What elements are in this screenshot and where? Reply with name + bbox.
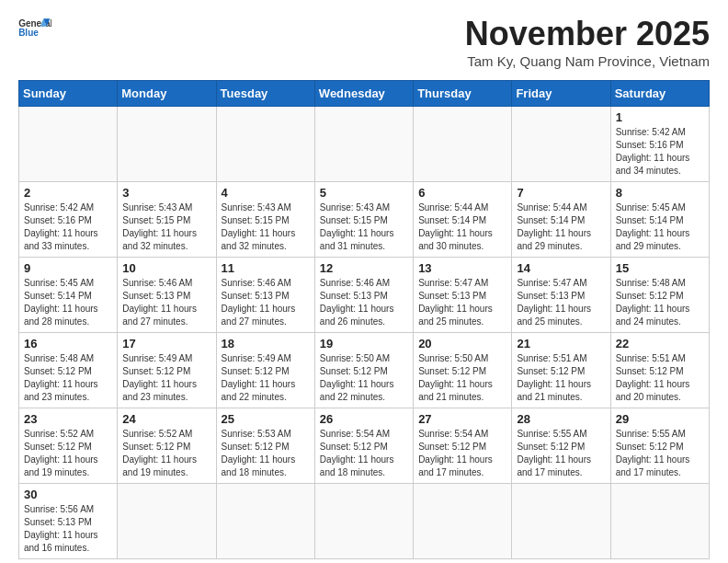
day-number: 24 bbox=[122, 412, 210, 426]
calendar-cell bbox=[314, 484, 413, 559]
day-info: Sunrise: 5:53 AM Sunset: 5:12 PM Dayligh… bbox=[222, 428, 310, 479]
day-info: Sunrise: 5:44 AM Sunset: 5:14 PM Dayligh… bbox=[517, 201, 605, 253]
calendar-cell: 1Sunrise: 5:42 AM Sunset: 5:16 PM Daylig… bbox=[610, 107, 709, 182]
day-number: 2 bbox=[24, 186, 112, 200]
day-info: Sunrise: 5:48 AM Sunset: 5:12 PM Dayligh… bbox=[616, 277, 704, 328]
calendar-cell bbox=[414, 107, 512, 182]
calendar-cell: 29Sunrise: 5:55 AM Sunset: 5:12 PM Dayli… bbox=[610, 408, 709, 484]
calendar-week-row: 1Sunrise: 5:42 AM Sunset: 5:16 PM Daylig… bbox=[19, 107, 710, 182]
calendar-cell: 28Sunrise: 5:55 AM Sunset: 5:12 PM Dayli… bbox=[512, 408, 610, 484]
calendar-week-row: 16Sunrise: 5:48 AM Sunset: 5:12 PM Dayli… bbox=[19, 333, 710, 408]
day-number: 11 bbox=[222, 261, 310, 275]
day-number: 3 bbox=[122, 186, 210, 200]
calendar-week-row: 2Sunrise: 5:42 AM Sunset: 5:16 PM Daylig… bbox=[19, 182, 710, 258]
calendar-cell: 25Sunrise: 5:53 AM Sunset: 5:12 PM Dayli… bbox=[216, 408, 314, 484]
calendar-cell: 9Sunrise: 5:45 AM Sunset: 5:14 PM Daylig… bbox=[19, 258, 118, 333]
day-info: Sunrise: 5:50 AM Sunset: 5:12 PM Dayligh… bbox=[320, 352, 408, 404]
title-block: November 2025 Tam Ky, Quang Nam Province… bbox=[465, 15, 710, 69]
day-number: 7 bbox=[517, 186, 605, 200]
weekday-header-row: SundayMondayTuesdayWednesdayThursdayFrid… bbox=[19, 81, 710, 107]
day-number: 4 bbox=[222, 186, 310, 200]
day-number: 10 bbox=[122, 261, 210, 275]
calendar-cell bbox=[512, 484, 610, 559]
day-info: Sunrise: 5:52 AM Sunset: 5:12 PM Dayligh… bbox=[24, 428, 112, 479]
calendar-cell: 2Sunrise: 5:42 AM Sunset: 5:16 PM Daylig… bbox=[19, 182, 118, 258]
calendar-cell: 8Sunrise: 5:45 AM Sunset: 5:14 PM Daylig… bbox=[610, 182, 709, 258]
calendar-cell: 14Sunrise: 5:47 AM Sunset: 5:13 PM Dayli… bbox=[512, 258, 610, 333]
day-info: Sunrise: 5:49 AM Sunset: 5:12 PM Dayligh… bbox=[222, 352, 310, 404]
calendar-cell: 26Sunrise: 5:54 AM Sunset: 5:12 PM Dayli… bbox=[314, 408, 413, 484]
calendar-cell bbox=[216, 107, 314, 182]
calendar-cell bbox=[610, 484, 709, 559]
calendar-cell bbox=[19, 107, 118, 182]
day-number: 21 bbox=[517, 337, 605, 350]
day-info: Sunrise: 5:43 AM Sunset: 5:15 PM Dayligh… bbox=[320, 201, 408, 253]
weekday-header-monday: Monday bbox=[118, 81, 216, 107]
calendar-week-row: 23Sunrise: 5:52 AM Sunset: 5:12 PM Dayli… bbox=[19, 408, 710, 484]
day-number: 5 bbox=[320, 186, 408, 200]
calendar-cell: 30Sunrise: 5:56 AM Sunset: 5:13 PM Dayli… bbox=[19, 484, 118, 559]
day-number: 16 bbox=[24, 337, 112, 350]
location-subtitle: Tam Ky, Quang Nam Province, Vietnam bbox=[465, 53, 710, 69]
day-number: 27 bbox=[418, 412, 506, 426]
calendar-cell: 3Sunrise: 5:43 AM Sunset: 5:15 PM Daylig… bbox=[118, 182, 216, 258]
day-info: Sunrise: 5:44 AM Sunset: 5:14 PM Dayligh… bbox=[418, 201, 506, 253]
day-number: 20 bbox=[418, 337, 506, 350]
day-number: 9 bbox=[24, 261, 112, 275]
day-info: Sunrise: 5:56 AM Sunset: 5:13 PM Dayligh… bbox=[24, 503, 112, 555]
day-number: 23 bbox=[24, 412, 112, 426]
day-info: Sunrise: 5:46 AM Sunset: 5:13 PM Dayligh… bbox=[320, 277, 408, 328]
day-info: Sunrise: 5:51 AM Sunset: 5:12 PM Dayligh… bbox=[616, 352, 704, 404]
day-number: 29 bbox=[616, 412, 704, 426]
day-info: Sunrise: 5:52 AM Sunset: 5:12 PM Dayligh… bbox=[122, 428, 210, 479]
day-info: Sunrise: 5:45 AM Sunset: 5:14 PM Dayligh… bbox=[616, 201, 704, 253]
calendar-cell: 10Sunrise: 5:46 AM Sunset: 5:13 PM Dayli… bbox=[118, 258, 216, 333]
day-number: 28 bbox=[517, 412, 605, 426]
weekday-header-tuesday: Tuesday bbox=[216, 81, 314, 107]
day-info: Sunrise: 5:48 AM Sunset: 5:12 PM Dayligh… bbox=[24, 352, 112, 404]
day-number: 22 bbox=[616, 337, 704, 350]
svg-text:Blue: Blue bbox=[18, 28, 39, 38]
calendar-table: SundayMondayTuesdayWednesdayThursdayFrid… bbox=[18, 80, 710, 559]
day-number: 15 bbox=[616, 261, 704, 275]
weekday-header-friday: Friday bbox=[512, 81, 610, 107]
calendar-week-row: 30Sunrise: 5:56 AM Sunset: 5:13 PM Dayli… bbox=[19, 484, 710, 559]
day-number: 8 bbox=[616, 186, 704, 200]
calendar-cell: 20Sunrise: 5:50 AM Sunset: 5:12 PM Dayli… bbox=[414, 333, 512, 408]
calendar-cell: 13Sunrise: 5:47 AM Sunset: 5:13 PM Dayli… bbox=[414, 258, 512, 333]
day-number: 17 bbox=[122, 337, 210, 350]
month-title: November 2025 bbox=[465, 15, 710, 53]
day-number: 26 bbox=[320, 412, 408, 426]
day-info: Sunrise: 5:46 AM Sunset: 5:13 PM Dayligh… bbox=[222, 277, 310, 328]
calendar-cell: 4Sunrise: 5:43 AM Sunset: 5:15 PM Daylig… bbox=[216, 182, 314, 258]
day-info: Sunrise: 5:54 AM Sunset: 5:12 PM Dayligh… bbox=[320, 428, 408, 479]
weekday-header-sunday: Sunday bbox=[19, 81, 118, 107]
calendar-cell: 6Sunrise: 5:44 AM Sunset: 5:14 PM Daylig… bbox=[414, 182, 512, 258]
day-info: Sunrise: 5:54 AM Sunset: 5:12 PM Dayligh… bbox=[418, 428, 506, 479]
calendar-cell: 18Sunrise: 5:49 AM Sunset: 5:12 PM Dayli… bbox=[216, 333, 314, 408]
calendar-cell: 16Sunrise: 5:48 AM Sunset: 5:12 PM Dayli… bbox=[19, 333, 118, 408]
calendar-cell bbox=[118, 107, 216, 182]
day-info: Sunrise: 5:47 AM Sunset: 5:13 PM Dayligh… bbox=[418, 277, 506, 328]
calendar-cell: 23Sunrise: 5:52 AM Sunset: 5:12 PM Dayli… bbox=[19, 408, 118, 484]
calendar-cell: 11Sunrise: 5:46 AM Sunset: 5:13 PM Dayli… bbox=[216, 258, 314, 333]
day-number: 25 bbox=[222, 412, 310, 426]
day-info: Sunrise: 5:55 AM Sunset: 5:12 PM Dayligh… bbox=[616, 428, 704, 479]
calendar-cell bbox=[216, 484, 314, 559]
calendar-cell: 19Sunrise: 5:50 AM Sunset: 5:12 PM Dayli… bbox=[314, 333, 413, 408]
day-info: Sunrise: 5:42 AM Sunset: 5:16 PM Dayligh… bbox=[24, 201, 112, 253]
weekday-header-wednesday: Wednesday bbox=[314, 81, 413, 107]
day-number: 12 bbox=[320, 261, 408, 275]
logo-icon: General Blue bbox=[18, 15, 51, 42]
weekday-header-thursday: Thursday bbox=[414, 81, 512, 107]
calendar-cell: 27Sunrise: 5:54 AM Sunset: 5:12 PM Dayli… bbox=[414, 408, 512, 484]
day-info: Sunrise: 5:46 AM Sunset: 5:13 PM Dayligh… bbox=[122, 277, 210, 328]
day-info: Sunrise: 5:42 AM Sunset: 5:16 PM Dayligh… bbox=[616, 126, 704, 178]
day-number: 6 bbox=[418, 186, 506, 200]
day-number: 19 bbox=[320, 337, 408, 350]
calendar-week-row: 9Sunrise: 5:45 AM Sunset: 5:14 PM Daylig… bbox=[19, 258, 710, 333]
day-info: Sunrise: 5:45 AM Sunset: 5:14 PM Dayligh… bbox=[24, 277, 112, 328]
header: General Blue November 2025 Tam Ky, Quang… bbox=[18, 15, 710, 69]
day-info: Sunrise: 5:51 AM Sunset: 5:12 PM Dayligh… bbox=[517, 352, 605, 404]
day-info: Sunrise: 5:50 AM Sunset: 5:12 PM Dayligh… bbox=[418, 352, 506, 404]
